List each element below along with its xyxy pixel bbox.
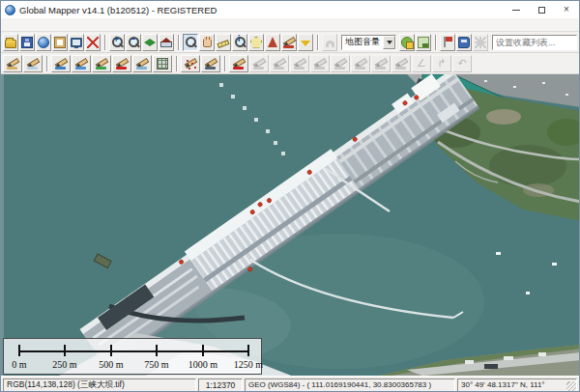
- toolbar-icon: [326, 41, 334, 47]
- copy-feature-button[interactable]: [270, 55, 289, 72]
- vertex-edit-button[interactable]: ∠: [412, 55, 431, 72]
- resize-grip[interactable]: [566, 381, 576, 391]
- toolbar-icon: [475, 37, 486, 48]
- toolbar-icon: [268, 37, 277, 47]
- zoom-out-button[interactable]: −: [126, 34, 141, 51]
- maximize-button[interactable]: [529, 1, 554, 18]
- toolbar-icon: [205, 58, 217, 70]
- toolbar-separator: [178, 35, 180, 50]
- combo-value: 地图音量: [342, 36, 383, 48]
- toolbar-icon: [157, 58, 168, 70]
- toolbar-icon: [294, 58, 305, 70]
- create-area-corner-button[interactable]: [23, 55, 43, 72]
- scale-label-750: 750 m: [137, 359, 176, 370]
- view-shed-tool-button[interactable]: [248, 34, 264, 51]
- display-options-button[interactable]: [69, 34, 84, 51]
- toolbar-icon: [21, 37, 33, 48]
- geo-coordinates-panel: GEO (WGS84) - ( 111.0169190441, 30.83003…: [245, 378, 455, 392]
- app-window: Global Mapper v14.1 (b120512) - REGISTER…: [0, 0, 580, 392]
- undo-digitize-button[interactable]: ↶: [452, 55, 472, 72]
- snap-feature-button[interactable]: [392, 55, 411, 72]
- toolbar-icon: [116, 58, 128, 70]
- map-book-button[interactable]: [456, 34, 472, 51]
- create-grid-button[interactable]: [153, 55, 172, 72]
- satellite-image: [1, 74, 580, 376]
- toolbar-separator: [317, 35, 319, 50]
- open-file-button[interactable]: [3, 34, 18, 51]
- toolbar-icon: [250, 37, 262, 48]
- toolbar-separator: [46, 56, 48, 71]
- catalog-add-button[interactable]: [399, 34, 415, 51]
- download-online-imagery-button[interactable]: [36, 34, 51, 51]
- waypoint-flag-button[interactable]: [440, 34, 455, 51]
- combine-features-button[interactable]: [351, 55, 370, 72]
- create-ellipse-button[interactable]: [132, 55, 152, 72]
- create-point-button[interactable]: [181, 55, 200, 72]
- toolbar-icon: [375, 58, 387, 70]
- digitizer-tool-button[interactable]: [281, 34, 297, 51]
- latlon-panel: 30° 49' 48.1317" N, 111°: [457, 378, 577, 392]
- toolbar-icon: [233, 58, 245, 70]
- save-workspace-button[interactable]: [19, 34, 35, 51]
- toolbar-icon: [442, 37, 453, 48]
- maximize-icon: [538, 7, 545, 14]
- edit-feature-button[interactable]: [229, 55, 248, 72]
- toolbar-icon: [55, 58, 67, 70]
- delete-feature-button[interactable]: [290, 55, 309, 72]
- minimize-button[interactable]: [504, 1, 529, 18]
- toolbar-icon: [301, 41, 310, 46]
- combo-dropdown-icon[interactable]: [383, 36, 395, 49]
- app-icon: [5, 5, 15, 15]
- map-catalog-arch-button[interactable]: [322, 34, 337, 51]
- zoom-tool-button[interactable]: [183, 34, 198, 51]
- toolbar-icon: [253, 58, 265, 70]
- path-profile-tool-button[interactable]: [265, 34, 280, 51]
- minimize-icon: [512, 10, 520, 11]
- toolbar-icon: [418, 37, 429, 48]
- toolbar-icon: [111, 37, 123, 48]
- create-text-button[interactable]: [112, 55, 131, 72]
- map-canvas[interactable]: 0 m 250 m 500 m 750 m 1000 m 1250 m: [1, 74, 580, 376]
- scale-feature-button[interactable]: [331, 55, 350, 72]
- configuration-button[interactable]: [85, 34, 101, 51]
- move-feature-button[interactable]: [249, 55, 269, 72]
- toolbar-icon: [5, 40, 16, 48]
- catalog-refresh-button[interactable]: [416, 34, 431, 51]
- zoom-to-scale-button[interactable]: [159, 34, 174, 51]
- vertex-insert-button[interactable]: ↱: [432, 55, 451, 72]
- create-area-button[interactable]: [3, 55, 22, 72]
- measure-tool-button[interactable]: [216, 34, 231, 51]
- scale-bar-line: [18, 350, 248, 352]
- toolbar-icon: [7, 58, 18, 70]
- favorites-input[interactable]: [492, 35, 577, 50]
- scale-label-500: 500 m: [92, 359, 130, 370]
- toolbar-icon: [75, 58, 87, 70]
- toolbar-icon: [234, 37, 246, 48]
- scale-bar: 0 m 250 m 500 m 750 m 1000 m 1250 m: [3, 338, 262, 375]
- split-feature-button[interactable]: [371, 55, 391, 72]
- scale-label-0: 0 m: [1, 359, 39, 370]
- more-tools-dropdown[interactable]: [298, 34, 313, 51]
- toolbar-icon: [185, 58, 196, 70]
- map-catalog-combobox[interactable]: 地图音量: [341, 35, 396, 50]
- create-line-button[interactable]: [51, 55, 71, 72]
- toolbar-icon: [160, 42, 172, 47]
- scale-label-250: 250 m: [45, 359, 84, 370]
- main-toolbar: +−i 地图音量: [1, 32, 579, 53]
- zoom-in-button[interactable]: +: [109, 34, 125, 51]
- full-view-button[interactable]: [142, 34, 158, 51]
- toolbar-icon: [458, 37, 470, 48]
- feature-info-tool-button[interactable]: i: [232, 34, 247, 51]
- create-line-vertex-button[interactable]: [92, 55, 111, 72]
- create-circle-button[interactable]: [72, 55, 91, 72]
- rotate-feature-button[interactable]: [310, 55, 330, 72]
- toolbar-icon: [203, 38, 212, 47]
- close-button[interactable]: ×: [554, 1, 579, 18]
- pan-tool-button[interactable]: [199, 34, 215, 51]
- toolbar-icon: [128, 37, 139, 48]
- star-burst-button[interactable]: [473, 34, 488, 51]
- toolbar-icon: [136, 58, 148, 70]
- open-data-files-button[interactable]: [52, 34, 68, 51]
- scale-label-1250: 1250 m: [229, 359, 268, 370]
- create-arrow-button[interactable]: [201, 55, 220, 72]
